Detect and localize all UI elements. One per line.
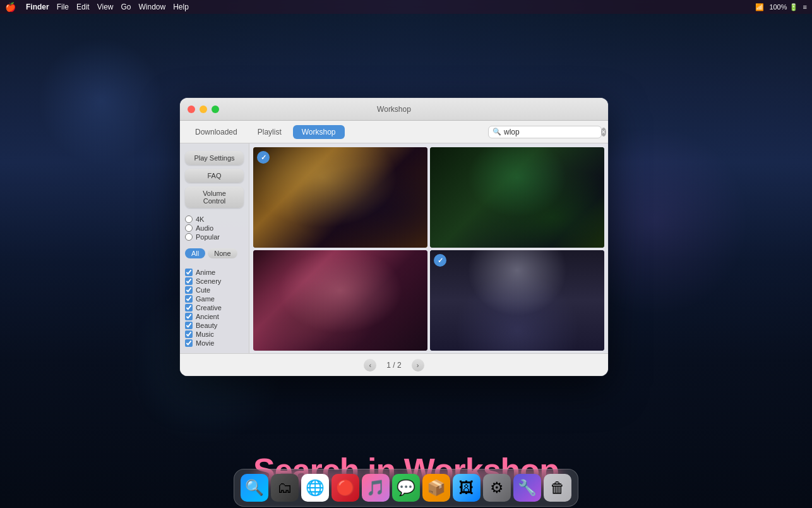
datetime: ≡ [803, 3, 807, 11]
app-window: Workshop Downloaded Playlist Workshop 🔍 … [180, 98, 608, 376]
movie-checkbox[interactable] [185, 339, 193, 347]
app-name[interactable]: Finder [26, 3, 49, 11]
main-content: Play Settings FAQ Volume Control 4K Audi… [180, 143, 608, 376]
option-popular: Popular [185, 233, 244, 241]
menu-edit[interactable]: Edit [76, 3, 90, 11]
dock-icon-launchpad[interactable]: 🗂 [271, 474, 299, 502]
4k-label: 4K [196, 215, 204, 223]
wallpaper-item-4[interactable]: ✓ [430, 250, 604, 351]
search-clear-button[interactable]: ✕ [601, 128, 606, 136]
beauty-label: Beauty [196, 322, 217, 329]
music-checkbox[interactable] [185, 330, 193, 338]
scenery-checkbox[interactable] [185, 277, 193, 285]
volume-control-button[interactable]: Volume Control [185, 186, 244, 208]
wifi-icon: 📶 [755, 3, 764, 11]
4k-radio[interactable] [185, 215, 193, 223]
selected-badge-4: ✓ [434, 254, 446, 267]
dock-icon-photos[interactable]: 🖼 [453, 474, 481, 502]
menu-help[interactable]: Help [173, 3, 189, 11]
window-controls [188, 106, 219, 113]
dock-icon-chrome[interactable]: 🌐 [301, 474, 329, 502]
pagination-bar: ‹ 1 / 2 › [180, 353, 608, 376]
anime-label: Anime [196, 269, 215, 276]
menubar: 🍎 Finder File Edit View Go Window Help 📶… [0, 0, 812, 14]
wallpaper-item-3[interactable] [253, 250, 427, 351]
dock-icon-music[interactable]: 🎵 [362, 474, 390, 502]
selected-badge-1: ✓ [257, 151, 270, 164]
option-4k: 4K [185, 215, 244, 223]
popular-radio[interactable] [185, 233, 193, 241]
dock-icon-app2[interactable]: 📦 [422, 474, 450, 502]
tab-workshop[interactable]: Workshop [293, 125, 345, 139]
faq-button[interactable]: FAQ [185, 169, 244, 183]
movie-label: Movie [196, 339, 214, 347]
game-label: Game [196, 295, 215, 303]
ancient-label: Ancient [196, 313, 219, 320]
filter-none-button[interactable]: None [208, 248, 237, 258]
dock-icon-messages[interactable]: 💬 [392, 474, 420, 502]
filter-all-button[interactable]: All [185, 248, 205, 258]
beauty-checkbox[interactable] [185, 322, 193, 329]
wallpaper-grid: ✓ ✓ [249, 143, 608, 376]
category-cute: Cute [185, 286, 244, 294]
audio-label: Audio [196, 224, 213, 232]
apple-menu[interactable]: 🍎 [5, 2, 16, 12]
maximize-button[interactable] [212, 106, 219, 113]
minimize-button[interactable] [200, 106, 207, 113]
title-bar: Workshop [180, 98, 608, 121]
popular-label: Popular [196, 233, 220, 241]
creative-checkbox[interactable] [185, 304, 193, 311]
wallpaper-item-1[interactable]: ✓ [253, 147, 427, 248]
category-beauty: Beauty [185, 322, 244, 329]
scenery-label: Scenery [196, 277, 221, 285]
creative-label: Creative [196, 304, 222, 311]
dock-icon-settings[interactable]: ⚙ [483, 474, 511, 502]
dock-icon-tools[interactable]: 🔧 [513, 474, 541, 502]
menu-view[interactable]: View [97, 3, 114, 11]
menu-window[interactable]: Window [139, 3, 166, 11]
close-button[interactable] [188, 106, 195, 113]
category-game: Game [185, 295, 244, 303]
sidebar: Play Settings FAQ Volume Control 4K Audi… [180, 143, 249, 376]
play-settings-button[interactable]: Play Settings [185, 151, 244, 165]
category-scenery: Scenery [185, 277, 244, 285]
game-checkbox[interactable] [185, 295, 193, 303]
dock-icon-trash[interactable]: 🗑 [544, 474, 571, 502]
menu-go[interactable]: Go [121, 3, 131, 11]
next-page-button[interactable]: › [412, 359, 424, 372]
option-audio: Audio [185, 224, 244, 232]
tab-downloaded[interactable]: Downloaded [186, 125, 246, 139]
dock: 🔍 🗂 🌐 🔴 🎵 💬 📦 🖼 ⚙ 🔧 🗑 [234, 469, 578, 507]
audio-radio[interactable] [185, 224, 193, 232]
category-ancient: Ancient [185, 313, 244, 320]
tab-bar: Downloaded Playlist Workshop 🔍 ✕ [180, 121, 608, 143]
cute-checkbox[interactable] [185, 286, 193, 294]
dock-icon-finder[interactable]: 🔍 [241, 474, 268, 502]
categories-section: Anime Scenery Cute Game Creative [185, 267, 244, 348]
page-indicator: 1 / 2 [386, 361, 401, 370]
search-container: 🔍 ✕ [488, 126, 602, 138]
battery-indicator: 100% 🔋 [769, 3, 797, 11]
cute-label: Cute [196, 286, 210, 294]
search-input[interactable] [504, 128, 599, 136]
search-icon: 🔍 [493, 128, 501, 136]
ancient-checkbox[interactable] [185, 313, 193, 320]
prev-page-button[interactable]: ‹ [364, 359, 376, 372]
wallpaper-item-2[interactable] [430, 147, 604, 248]
options-section: 4K Audio Popular [185, 214, 244, 242]
window-title: Workshop [377, 105, 411, 114]
menu-file[interactable]: File [57, 3, 69, 11]
tab-playlist[interactable]: Playlist [249, 125, 290, 139]
grid-row-2: ✓ [253, 250, 604, 351]
category-anime: Anime [185, 269, 244, 276]
category-music: Music [185, 330, 244, 338]
category-creative: Creative [185, 304, 244, 311]
grid-row-1: ✓ [253, 147, 604, 248]
filter-row: All None [185, 248, 244, 258]
music-label: Music [196, 330, 214, 338]
anime-checkbox[interactable] [185, 269, 193, 276]
dock-icon-app1[interactable]: 🔴 [331, 474, 359, 502]
category-movie: Movie [185, 339, 244, 347]
